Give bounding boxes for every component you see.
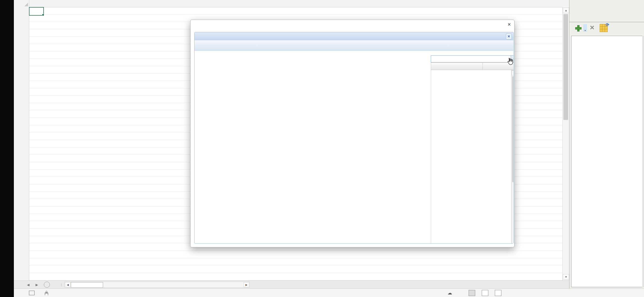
view-page-break-icon[interactable]	[495, 290, 501, 296]
sheet-nav-right-icon[interactable]: ▶	[33, 281, 41, 289]
accessibility-status[interactable]	[45, 291, 49, 295]
stats-grid-header	[431, 62, 514, 70]
analyze-data-dialog: ✕ ✕ ▼ ▲	[190, 20, 514, 247]
stats-scrollbar[interactable]: ▲ ▼	[511, 70, 514, 244]
macro-record-icon[interactable]	[29, 291, 35, 295]
solver-toolbar: ▾ ✕	[569, 22, 644, 35]
hscroll-left-icon[interactable]: ◀	[65, 282, 71, 287]
delete-icon[interactable]: ✕	[590, 24, 595, 31]
status-bar: ☁	[14, 288, 644, 297]
model-tree	[571, 36, 642, 287]
panel-close-icon[interactable]: ✕	[506, 34, 512, 39]
add-dropdown-icon[interactable]: ▾	[583, 24, 587, 32]
view-normal-icon[interactable]	[469, 290, 475, 296]
tab-scroll-splitter[interactable]: ⋮	[60, 281, 63, 289]
fill-handle[interactable]	[42, 14, 44, 16]
cloud-icon: ☁	[447, 290, 452, 296]
sheet-tab-bar: ◀ ▶ ⋮ ◀ ▶	[14, 280, 569, 289]
chart-tabstrip	[195, 40, 513, 51]
dialog-close-icon[interactable]: ✕	[506, 21, 512, 27]
add-sheet-button[interactable]	[41, 281, 53, 289]
hand-cursor-icon	[506, 57, 514, 65]
horizontal-scrollbar[interactable]: ◀ ▶	[65, 282, 250, 288]
solver-options-panel: ▾ ✕	[569, 0, 644, 288]
stats-scroll-up-icon[interactable]: ▲	[512, 71, 514, 75]
column-headers[interactable]	[14, 0, 569, 7]
scroll-up-icon[interactable]: ▲	[563, 8, 569, 13]
age-variable-panel: ✕ ▼ ▲ ▼	[194, 32, 514, 244]
view-page-layout-icon[interactable]	[482, 290, 488, 296]
hscroll-right-icon[interactable]: ▶	[244, 282, 249, 287]
panel-header	[195, 32, 513, 41]
vertical-scrollbar[interactable]: ▲ ▼	[562, 7, 569, 280]
row-headers[interactable]	[14, 7, 29, 280]
add-icon[interactable]	[575, 25, 581, 31]
left-black-strip	[0, 0, 14, 297]
dialog-stats-panel: ▼ ▲ ▼	[431, 55, 514, 244]
stats-scroll-thumb[interactable]	[512, 76, 514, 182]
col-divider	[482, 63, 483, 70]
horizontal-scroll-thumb[interactable]	[71, 282, 103, 288]
refresh-table-icon[interactable]	[600, 24, 608, 32]
sheet-nav-left-icon[interactable]: ◀	[24, 281, 33, 289]
vertical-scroll-thumb[interactable]	[563, 14, 568, 120]
stats-dropdown[interactable]	[431, 55, 511, 62]
panel-scrollbar[interactable]	[642, 36, 644, 287]
selected-cell-a1[interactable]	[29, 7, 44, 16]
scroll-down-icon[interactable]: ▼	[563, 274, 569, 280]
stats-list[interactable]	[431, 70, 511, 244]
accessibility-icon	[45, 291, 48, 295]
select-all-icon[interactable]	[14, 0, 29, 7]
application-window: ▲ ▼ ◀ ▶ ⋮ ◀ ▶ ☁ ✕	[0, 0, 644, 297]
addin-warning[interactable]: ☁	[447, 290, 454, 296]
add-sheet-icon[interactable]	[44, 282, 50, 288]
